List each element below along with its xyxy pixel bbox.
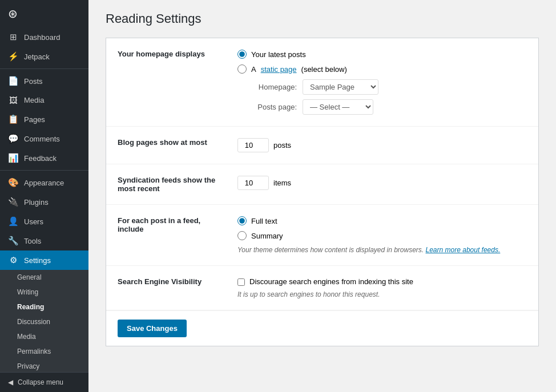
appearance-icon: 🎨 bbox=[8, 177, 18, 188]
sidebar-item-label: Dashboard bbox=[24, 33, 61, 42]
latest-posts-option[interactable]: Your latest posts bbox=[237, 50, 533, 59]
homepage-label: Your homepage displays bbox=[106, 38, 232, 127]
submenu-discussion[interactable]: Discussion bbox=[0, 314, 88, 329]
summary-label: Summary bbox=[251, 232, 283, 240]
homepage-select-row: Homepage: Sample Page bbox=[251, 79, 533, 95]
sidebar-item-feedback[interactable]: 📊 Feedback bbox=[0, 148, 88, 168]
search-engine-checkbox-text: Discourage search engines from indexing … bbox=[249, 277, 413, 286]
sidebar-item-label: Users bbox=[24, 217, 43, 226]
sidebar-item-posts[interactable]: 📄 Posts bbox=[0, 71, 88, 91]
blog-pages-input-wrap: posts bbox=[237, 138, 533, 152]
blog-pages-label: Blog pages show at most bbox=[106, 127, 232, 164]
syndication-row: Syndication feeds show the most recent i… bbox=[106, 164, 538, 205]
main-content: Reading Settings Your homepage displays … bbox=[88, 0, 556, 392]
sidebar-item-comments[interactable]: 💬 Comments bbox=[0, 129, 88, 148]
feed-include-row: For each post in a feed, include Full te… bbox=[106, 205, 538, 266]
sidebar-item-label: Jetpack bbox=[24, 52, 50, 61]
sidebar-nav: ⊞ Dashboard ⚡ Jetpack 📄 Posts 🖼 Media 📋 … bbox=[0, 27, 88, 372]
homepage-row: Your homepage displays Your latest posts… bbox=[106, 38, 538, 127]
sidebar-item-pages[interactable]: 📋 Pages bbox=[0, 110, 88, 129]
sidebar-item-label: Pages bbox=[24, 115, 45, 124]
feed-note-link[interactable]: Learn more about feeds. bbox=[426, 246, 501, 254]
summary-radio[interactable] bbox=[237, 231, 247, 240]
comments-icon: 💬 bbox=[8, 134, 18, 144]
static-page-link[interactable]: static page bbox=[261, 65, 297, 74]
feed-include-label: For each post in a feed, include bbox=[106, 205, 232, 266]
sidebar-item-label: Media bbox=[24, 96, 44, 104]
sidebar-item-jetpack[interactable]: ⚡ Jetpack bbox=[0, 47, 88, 66]
sidebar-item-plugins[interactable]: 🔌 Plugins bbox=[0, 192, 88, 212]
sidebar-item-media[interactable]: 🖼 Media bbox=[0, 91, 88, 110]
sidebar-item-label: Feedback bbox=[24, 154, 57, 163]
syndication-cell: items bbox=[232, 164, 538, 205]
sidebar-item-label: Posts bbox=[24, 77, 43, 86]
posts-page-select[interactable]: — Select — bbox=[303, 99, 373, 115]
search-engine-checkbox-label[interactable]: Discourage search engines from indexing … bbox=[237, 277, 533, 286]
feed-note-text: Your theme determines how content is dis… bbox=[237, 246, 424, 254]
settings-form: Your homepage displays Your latest posts… bbox=[106, 38, 539, 346]
posts-page-select-row: Posts page: — Select — bbox=[251, 99, 533, 115]
sidebar-item-settings[interactable]: ⚙ Settings bbox=[0, 250, 88, 270]
feed-note: Your theme determines how content is dis… bbox=[237, 246, 533, 254]
submenu-general[interactable]: General bbox=[0, 270, 88, 285]
summary-option[interactable]: Summary bbox=[237, 231, 533, 240]
syndication-label: Syndication feeds show the most recent bbox=[106, 164, 232, 205]
form-footer: Save Changes bbox=[106, 310, 538, 346]
syndication-unit: items bbox=[273, 179, 291, 187]
submenu-permalinks[interactable]: Permalinks bbox=[0, 344, 88, 359]
syndication-input[interactable] bbox=[237, 176, 269, 190]
full-text-radio[interactable] bbox=[237, 216, 247, 225]
collapse-menu-label: Collapse menu bbox=[18, 378, 63, 386]
plugins-icon: 🔌 bbox=[8, 197, 18, 207]
static-page-option[interactable]: A static page (select below) bbox=[237, 64, 533, 74]
posts-icon: 📄 bbox=[8, 76, 18, 86]
submenu-privacy[interactable]: Privacy bbox=[0, 359, 88, 372]
pages-icon: 📋 bbox=[8, 114, 18, 124]
submenu-reading[interactable]: Reading bbox=[0, 300, 88, 314]
search-engine-note: It is up to search engines to honor this… bbox=[237, 290, 533, 298]
sidebar-item-appearance[interactable]: 🎨 Appearance bbox=[0, 173, 88, 192]
jetpack-icon: ⚡ bbox=[8, 51, 18, 62]
sidebar-item-label: Appearance bbox=[24, 179, 64, 187]
sidebar-item-tools[interactable]: 🔧 Tools bbox=[0, 231, 88, 250]
sidebar-item-label: Settings bbox=[24, 256, 51, 265]
submenu-writing[interactable]: Writing bbox=[0, 285, 88, 300]
search-engine-row: Search Engine Visibility Discourage sear… bbox=[106, 266, 538, 310]
save-changes-button[interactable]: Save Changes bbox=[118, 320, 187, 337]
sidebar-item-users[interactable]: 👤 Users bbox=[0, 212, 88, 231]
feedback-icon: 📊 bbox=[8, 153, 18, 163]
static-page-radio[interactable] bbox=[237, 64, 247, 74]
static-page-selects: Homepage: Sample Page Posts page: — Sele… bbox=[251, 79, 533, 115]
feed-include-cell: Full text Summary Your theme determines … bbox=[232, 205, 538, 266]
full-text-option[interactable]: Full text bbox=[237, 216, 533, 225]
homepage-cell: Your latest posts A static page (select … bbox=[232, 38, 538, 127]
posts-page-label: Posts page: bbox=[251, 103, 297, 111]
wp-logo: ⊛ bbox=[0, 0, 88, 27]
media-icon: 🖼 bbox=[8, 95, 18, 105]
tools-icon: 🔧 bbox=[8, 236, 18, 246]
sidebar-item-label: Tools bbox=[24, 237, 41, 245]
settings-icon: ⚙ bbox=[8, 255, 18, 265]
blog-pages-row: Blog pages show at most posts bbox=[106, 127, 538, 164]
page-title: Reading Settings bbox=[106, 11, 539, 26]
collapse-menu-button[interactable]: ◀ Collapse menu bbox=[0, 372, 88, 392]
submenu-media[interactable]: Media bbox=[0, 329, 88, 344]
full-text-label: Full text bbox=[251, 217, 277, 225]
blog-pages-input[interactable] bbox=[237, 138, 269, 152]
collapse-arrow-icon: ◀ bbox=[8, 378, 13, 386]
dashboard-icon: ⊞ bbox=[8, 32, 18, 42]
sidebar-item-dashboard[interactable]: ⊞ Dashboard bbox=[0, 27, 88, 47]
latest-posts-radio[interactable] bbox=[237, 50, 247, 59]
search-engine-label: Search Engine Visibility bbox=[106, 266, 232, 310]
static-page-prefix: A bbox=[251, 65, 256, 74]
latest-posts-label: Your latest posts bbox=[251, 50, 306, 59]
search-engine-cell: Discourage search engines from indexing … bbox=[232, 266, 538, 310]
homepage-select[interactable]: Sample Page bbox=[303, 79, 378, 95]
form-table: Your homepage displays Your latest posts… bbox=[106, 38, 538, 310]
feed-radio-group: Full text Summary bbox=[237, 216, 533, 240]
search-engine-checkbox[interactable] bbox=[237, 278, 245, 286]
homepage-select-label: Homepage: bbox=[251, 83, 297, 91]
blog-pages-cell: posts bbox=[232, 127, 538, 164]
sidebar-item-label: Plugins bbox=[24, 198, 49, 207]
blog-pages-unit: posts bbox=[273, 141, 291, 149]
